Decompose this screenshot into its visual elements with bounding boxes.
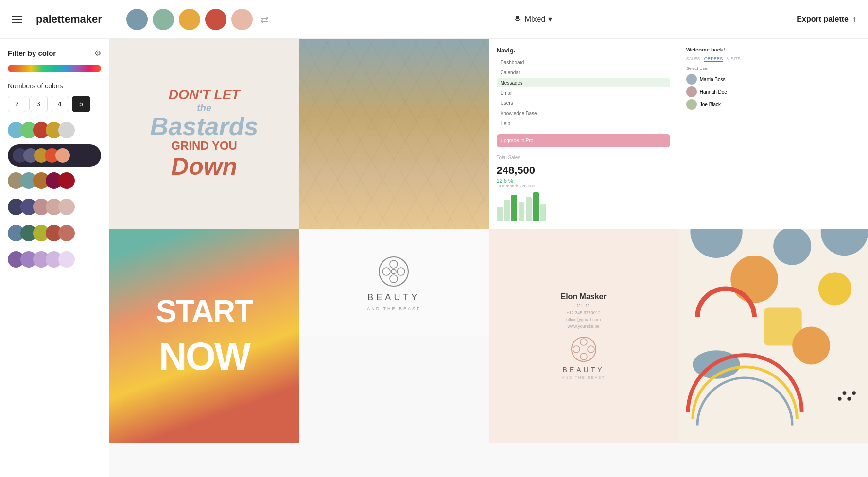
user-name-2: Hannah Doe [700,89,727,95]
mode-label: Mixed [525,15,546,24]
dashboard-art: Navig. Dashboard Calendar Messages Email… [489,39,868,229]
upload-icon: ↑ [852,15,856,24]
svg-point-15 [730,256,778,303]
bizcard-name: Elon Masker [560,292,606,301]
svg-point-19 [792,326,830,364]
poster-art: START NOW [109,229,299,443]
swatch-1[interactable] [126,9,148,30]
swatch-3[interactable] [179,9,200,30]
swatch-2[interactable] [153,9,174,30]
dash-nav-email: Email [497,88,670,98]
palette-row-6[interactable] [8,251,101,268]
svg-point-16 [818,272,851,305]
menu-icon[interactable] [12,16,22,23]
sidebar: Filter by color ⚙ Numbers of colors 2 3 … [0,39,109,477]
user-row-1: Martin Boss [686,74,860,85]
pattern-svg [678,229,868,443]
num-btn-5[interactable]: 5 [72,96,90,112]
dashboard-right-panel: Welcome back! SALES ORDERS VISITS Select… [678,39,868,229]
svg-point-23 [838,397,842,401]
svg-point-2 [390,275,398,283]
user-row-3: Joe Black [686,99,860,110]
export-button[interactable]: Export palette ↑ [797,15,856,24]
gallery-item-pattern[interactable] [678,229,868,443]
color-spectrum-bar[interactable] [8,65,101,72]
filter-header: Filter by color ⚙ [8,49,101,58]
bizcard-brand-name: BEAUTY [563,366,605,374]
tab-row: SALES ORDERS VISITS [686,56,860,62]
poster-start-text: START [156,293,253,329]
dashboard-left-panel: Navig. Dashboard Calendar Messages Email… [489,39,678,229]
gallery-item-bizcard[interactable]: Elon Masker CEO +12 345 6789012 office@g… [489,229,678,443]
svg-point-0 [379,257,408,286]
bar-4 [519,202,524,221]
dash-nav-knowledge: Knowledge Base [497,109,670,118]
num-btn-2[interactable]: 2 [8,96,26,112]
dash-nav-messages: Messages [497,78,670,87]
tab-sales: SALES [686,56,700,62]
svg-point-3 [382,268,390,275]
logo-brand-text: BEAUTY [367,292,420,303]
gallery-content: DON'T LET the Bastards GRIND YOU Down Na… [109,39,868,477]
gallery-item-isometric[interactable] [299,39,488,229]
svg-point-8 [580,353,587,360]
palette-row-1[interactable] [8,122,101,138]
mode-button[interactable]: 👁 Mixed ▾ [513,14,553,24]
typo-grind: GRIND YOU [171,139,237,153]
palette-swatches: ⇄ [126,9,269,30]
swatch-5[interactable] [231,9,253,30]
bar-7 [540,204,546,221]
palette-row-5[interactable] [8,225,101,241]
typo-down: Down [171,153,237,181]
numbers-title: Numbers of colors [8,82,101,90]
typography-art: DON'T LET the Bastards GRIND YOU Down [109,39,299,229]
total-sales-section: Total Sales 248,500 12.6 % Last month 22… [497,155,670,221]
gallery-item-poster[interactable]: START NOW [109,229,299,443]
poster-now-text: NOW [159,334,250,379]
filter-adjust-icon[interactable]: ⚙ [94,49,101,58]
user-name-3: Joe Black [700,102,721,107]
growth-value: 12.6 % [497,178,670,184]
logo-art: BEAUTY AND THE BEAST [299,229,488,336]
tab-visits: VISITS [727,56,741,62]
bar-3 [511,195,517,221]
swatch-4[interactable] [205,9,226,30]
user-avatar-1 [686,74,697,85]
header-right: Export palette ↑ [797,15,856,24]
svg-point-21 [847,397,851,401]
filter-title: Filter by color [8,49,56,57]
bizcard-email: office@gmail.com [566,317,601,322]
isometric-art [299,39,488,229]
logo-sub-text: AND THE BEAST [367,307,420,311]
num-btn-4[interactable]: 4 [51,96,69,112]
svg-point-4 [397,268,405,275]
gallery-item-typography[interactable]: DON'T LET the Bastards GRIND YOU Down [109,39,299,229]
iso-blocks [299,39,488,229]
upgrade-btn: Upgrade to Pro [497,134,670,147]
svg-point-7 [580,339,587,345]
shuffle-icon[interactable]: ⇄ [260,14,269,25]
gallery-grid: DON'T LET the Bastards GRIND YOU Down Na… [109,39,868,443]
total-sales-label: Total Sales [497,155,670,160]
palette-swatch [58,122,75,138]
palette-dark-pill[interactable] [8,144,101,167]
svg-point-10 [588,346,594,353]
palette-row-3[interactable] [8,172,101,189]
gallery-item-dashboard[interactable]: Navig. Dashboard Calendar Messages Email… [489,39,868,229]
palette-row-4[interactable] [8,199,101,215]
user-row-2: Hannah Doe [686,86,860,97]
svg-point-22 [852,391,856,395]
bizcard-title: CEO [577,303,590,308]
tab-orders: ORDERS [704,56,723,62]
dash-nav-help: Help [497,119,670,128]
num-btn-3[interactable]: 3 [29,96,48,112]
logo: palettemaker [36,13,102,26]
pattern-art [678,229,868,443]
bizcard-phone: +12 345 6789012 [566,310,600,315]
logo-ornament-svg [377,255,411,289]
gallery-item-logo[interactable]: BEAUTY AND THE BEAST [299,229,488,336]
palette-swatch [55,148,70,163]
main-layout: Filter by color ⚙ Numbers of colors 2 3 … [0,39,868,477]
dash-nav-calendar: Calendar [497,68,670,77]
svg-point-5 [391,269,396,274]
